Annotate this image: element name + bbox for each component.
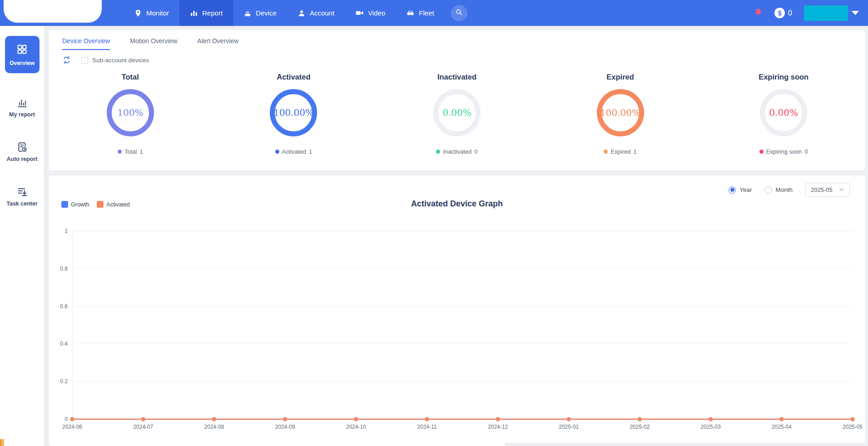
gauge-row: Total 100% Total1 Activated 100.00% Acti… [49, 73, 865, 155]
radio-year[interactable]: Year [729, 186, 752, 194]
balance[interactable]: $ 0 [774, 8, 792, 18]
video-camera-icon [355, 9, 364, 17]
chart-header: Growth Activated Activated Device Graph [49, 199, 865, 215]
report-chart-icon [0, 97, 44, 109]
gauge-ring: 100.00% [270, 89, 317, 136]
car-icon [406, 9, 415, 17]
tab-device-overview[interactable]: Device Overview [62, 37, 110, 50]
horizontal-scrollbar[interactable] [505, 443, 868, 446]
svg-text:2024-06: 2024-06 [62, 424, 82, 430]
gauge-activated: Activated 100.00% Activated1 [212, 73, 376, 155]
radio-month-button[interactable] [764, 186, 772, 194]
document-clock-icon [0, 141, 44, 153]
nav-item-monitor[interactable]: Monitor [124, 0, 179, 26]
gauge-ring: 0.00% [433, 89, 481, 136]
tab-alert-overview[interactable]: Alert Overview [197, 37, 238, 50]
legend-dot [436, 150, 440, 154]
svg-text:2025-04: 2025-04 [772, 424, 792, 430]
location-pin-icon [134, 9, 142, 17]
activated-device-graph-card: Year Month 2025-05 Growth Activated Acti… [49, 175, 865, 446]
svg-text:2024-09: 2024-09 [275, 424, 295, 430]
nav-label: Video [368, 9, 385, 17]
svg-text:2025-03: 2025-03 [701, 424, 721, 430]
svg-text:1: 1 [64, 228, 68, 234]
refresh-icon[interactable] [62, 55, 71, 65]
device-overview-card: Device Overview Motion Overview Alert Ov… [49, 30, 865, 170]
chevron-down-icon [838, 186, 844, 194]
username-badge[interactable] [804, 5, 848, 21]
nav-item-device[interactable]: Device [233, 0, 287, 26]
activated-device-line-chart[interactable]: 00.20.40.60.812024-062024-072024-082024-… [50, 219, 863, 438]
gauge-ring: 100.00% [597, 89, 644, 136]
svg-text:2025-01: 2025-01 [559, 424, 579, 430]
nav-item-account[interactable]: Account [287, 0, 345, 26]
chart-controls: Year Month 2025-05 [729, 183, 850, 197]
tab-motion-overview[interactable]: Motion Overview [130, 37, 177, 50]
svg-text:0.8: 0.8 [60, 266, 68, 272]
nav-label: Account [310, 9, 334, 17]
task-list-download-icon [0, 186, 44, 198]
bar-chart-icon [190, 9, 198, 17]
overview-tabs: Device Overview Motion Overview Alert Ov… [49, 30, 865, 50]
main-nav: Monitor Report Device Account Video [124, 0, 445, 26]
legend-dot [275, 150, 279, 154]
corner-widget-fragment[interactable] [0, 439, 4, 446]
subaccount-label: Sub-account devices [92, 57, 149, 64]
nav-item-report[interactable]: Report [179, 0, 233, 26]
search-icon [455, 8, 463, 18]
legend-dot [759, 150, 764, 154]
chart-title: Activated Device Graph [49, 199, 865, 209]
radio-year-button[interactable] [729, 186, 736, 194]
svg-text:0.6: 0.6 [60, 303, 68, 310]
svg-text:0.4: 0.4 [60, 341, 68, 347]
growth-swatch [61, 201, 68, 208]
nav-label: Report [202, 9, 223, 17]
notification-bell-icon[interactable] [754, 8, 763, 18]
chevron-down-icon[interactable] [852, 11, 859, 15]
search-button[interactable] [451, 5, 467, 21]
sidebar-item-my-report[interactable]: My report [0, 97, 44, 118]
legend-growth[interactable]: Growth [61, 201, 89, 208]
svg-text:0: 0 [64, 416, 68, 422]
chart-legend: Growth Activated [61, 201, 130, 208]
nav-label: Monitor [146, 9, 169, 17]
top-navigation-bar: Monitor Report Device Account Video [0, 0, 868, 26]
app-logo[interactable] [4, 0, 102, 23]
gauge-expiring-soon: Expiring soon 0.00% Expiring soon0 [702, 73, 865, 155]
sidebar: Overview My report Auto report Task cent… [0, 26, 44, 446]
sidebar-item-overview[interactable]: Overview [5, 36, 40, 73]
subaccount-checkbox[interactable] [81, 57, 88, 64]
person-icon [298, 9, 306, 17]
sidebar-item-auto-report[interactable]: Auto report [0, 141, 44, 162]
activated-swatch [97, 201, 104, 208]
gauge-inactivated: Inactivated 0.00% Inactivated0 [375, 73, 539, 155]
legend-activated[interactable]: Activated [97, 201, 129, 208]
sidebar-item-label: Overview [10, 60, 35, 66]
gauge-total: Total 100% Total1 [49, 73, 212, 155]
gauge-ring: 0.00% [760, 89, 807, 136]
legend-dot [604, 150, 608, 154]
svg-text:2025-02: 2025-02 [630, 424, 650, 430]
period-select[interactable]: 2025-05 [805, 183, 850, 197]
nav-label: Fleet [419, 9, 434, 17]
sidebar-item-label: Task center [6, 200, 38, 207]
nav-label: Device [256, 9, 277, 17]
topbar-right-cluster: $ 0 [754, 5, 859, 21]
sidebar-item-label: Auto report [6, 156, 37, 162]
gauge-expired: Expired 100.00% Expired1 [539, 73, 702, 155]
svg-text:2024-07: 2024-07 [133, 424, 153, 430]
svg-text:2024-10: 2024-10 [346, 424, 366, 430]
gauge-ring: 100% [107, 89, 154, 136]
nav-item-video[interactable]: Video [345, 0, 396, 26]
sidebar-item-task-center[interactable]: Task center [0, 186, 44, 207]
overview-controls: Sub-account devices [62, 55, 865, 65]
radio-month[interactable]: Month [764, 186, 793, 194]
svg-text:0.2: 0.2 [60, 378, 68, 385]
sidebar-item-label: My report [9, 111, 35, 118]
nav-item-fleet[interactable]: Fleet [396, 0, 444, 26]
device-router-icon [243, 9, 252, 17]
svg-text:2024-12: 2024-12 [488, 424, 508, 430]
balance-count: 0 [788, 9, 792, 17]
svg-text:2024-11: 2024-11 [417, 424, 436, 430]
grid-overview-icon [16, 43, 28, 57]
